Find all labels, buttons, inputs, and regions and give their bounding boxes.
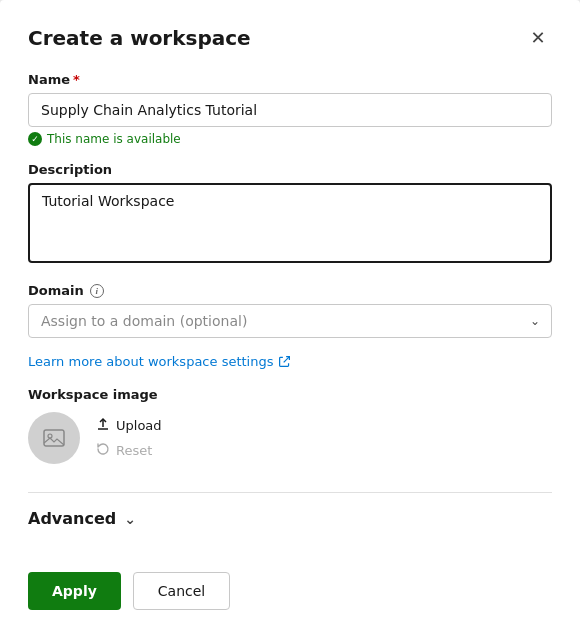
close-button[interactable]: ✕ (524, 24, 552, 52)
domain-label: Domain i (28, 283, 552, 298)
name-available-status: ✓ This name is available (28, 132, 552, 146)
domain-select-wrapper: Assign to a domain (optional) ⌄ (28, 304, 552, 338)
learn-more-link[interactable]: Learn more about workspace settings (28, 354, 552, 369)
cancel-button[interactable]: Cancel (133, 572, 230, 610)
image-placeholder (28, 412, 80, 464)
description-input[interactable]: Tutorial Workspace (28, 183, 552, 263)
create-workspace-modal: Create a workspace ✕ Name * ✓ This name … (0, 0, 580, 618)
svg-line-0 (284, 357, 290, 363)
workspace-image-label: Workspace image (28, 387, 552, 402)
modal-header: Create a workspace ✕ (28, 24, 552, 52)
reset-button: Reset (96, 440, 162, 461)
info-icon: i (90, 284, 104, 298)
domain-field-group: Domain i Assign to a domain (optional) ⌄ (28, 283, 552, 338)
section-divider (28, 492, 552, 493)
upload-icon (96, 417, 110, 434)
check-icon: ✓ (28, 132, 42, 146)
modal-footer: Apply Cancel (28, 552, 552, 610)
modal-title: Create a workspace (28, 26, 251, 50)
name-input[interactable] (28, 93, 552, 127)
close-icon: ✕ (530, 29, 545, 47)
description-field-group: Description Tutorial Workspace (28, 162, 552, 267)
svg-rect-1 (44, 430, 64, 446)
advanced-toggle-button[interactable]: Advanced ⌄ (28, 509, 136, 528)
chevron-down-icon: ⌄ (124, 511, 136, 527)
apply-button[interactable]: Apply (28, 572, 121, 610)
name-field-group: Name * ✓ This name is available (28, 72, 552, 146)
description-label: Description (28, 162, 552, 177)
required-indicator: * (73, 72, 80, 87)
name-label: Name * (28, 72, 552, 87)
reset-icon (96, 442, 110, 459)
image-controls: Upload Reset (28, 412, 552, 464)
workspace-image-section: Workspace image (28, 387, 552, 464)
image-actions: Upload Reset (96, 415, 162, 461)
upload-button[interactable]: Upload (96, 415, 162, 436)
image-icon (40, 424, 68, 452)
advanced-section: Advanced ⌄ (28, 509, 552, 528)
external-link-icon (278, 355, 291, 368)
domain-select[interactable]: Assign to a domain (optional) (28, 304, 552, 338)
